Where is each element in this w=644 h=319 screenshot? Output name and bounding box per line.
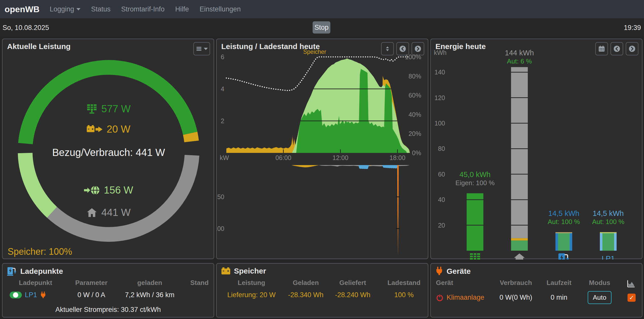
device-mode-button[interactable]: Auto	[588, 291, 612, 304]
nav-item-stromtarif-info[interactable]: Stromtarif-Info	[121, 5, 165, 13]
svg-text:120: 120	[434, 94, 445, 101]
charging-station-icon	[558, 253, 569, 260]
svg-text:80: 80	[438, 145, 445, 152]
power-chart-panel: Leistung / Ladestand heute 642kW06:0012:…	[216, 39, 428, 259]
svg-text:2: 2	[221, 117, 224, 124]
svg-text:144 kWh: 144 kWh	[505, 49, 534, 57]
charge-point-enable-toggle[interactable]	[10, 292, 22, 298]
storage-panel: Speicher Leistung Geladen Geliefert Lade…	[216, 263, 428, 317]
plug-icon	[435, 267, 443, 276]
current-power-panel: Aktuelle Leistung 577 W 20 W Bezug/Verbr…	[2, 39, 214, 259]
energy-today-bar-chart: 45,0 kWhEigen: 100 %144 kWhAut: 6 %14,5 …	[431, 49, 643, 260]
svg-text:100: 100	[434, 120, 445, 127]
nav-item-einstellungen[interactable]: Einstellungen	[200, 5, 241, 13]
storage-soc: 100 %	[380, 291, 428, 299]
svg-text:Aut: 100 %: Aut: 100 %	[592, 218, 624, 226]
solar-panel-icon	[87, 104, 97, 114]
battery-discharge-icon	[87, 125, 103, 134]
svg-text:kW: kW	[220, 154, 229, 161]
solar-panel-icon	[470, 253, 480, 260]
series-cp-charging-1	[359, 165, 369, 169]
device-log-checkbox[interactable]: ✓	[628, 294, 636, 302]
svg-text:12:00: 12:00	[332, 154, 348, 161]
grid-export-row: 156 W	[3, 184, 215, 196]
storage-row: Lieferung: 20 W -28.340 Wh -28.240 Wh 10…	[217, 291, 428, 299]
storage-soc-label: Speicher: 100%	[8, 246, 72, 257]
nav-item-status[interactable]: Status	[91, 5, 111, 13]
storage-delivered: -28.240 Wh	[325, 291, 380, 299]
brand-logo[interactable]: openWB	[5, 4, 40, 14]
charge-point-name[interactable]: LP1	[25, 291, 37, 299]
openwb-dashboard: { "navbar":{"brand":"openWB","items":[ {…	[0, 0, 644, 319]
bar-house-battery-share	[511, 238, 528, 241]
svg-text:100%: 100%	[405, 53, 421, 60]
svg-text:0%: 0%	[412, 149, 421, 156]
series-glitch-spike	[397, 165, 399, 255]
svg-text:60%: 60%	[409, 92, 421, 99]
svg-text:40%: 40%	[409, 111, 421, 118]
svg-text:Eigen: 100 %: Eigen: 100 %	[455, 179, 495, 187]
svg-text:100: 100	[217, 225, 224, 232]
bar-house-grid-share	[511, 67, 528, 238]
home-icon	[514, 253, 525, 260]
home-icon	[87, 208, 97, 217]
storage-header: Leistung Geladen Geliefert Ladestand	[217, 279, 428, 287]
device-consumption: 0 W(0 Wh)	[492, 294, 540, 301]
devices-header: Gerät Verbrauch Laufzeit Modus	[431, 279, 642, 287]
charge-point-row: LP1 0 W / 0 A 7,2 kWh / 36 km	[3, 291, 214, 299]
charge-points-panel: Ladepunkte Ladepunkt Parameter geladen S…	[2, 263, 214, 317]
house-power-row: 441 W	[3, 207, 215, 218]
bar-pv-self-consumed	[467, 193, 483, 251]
svg-text:LP1: LP1	[602, 254, 615, 260]
electricity-price-label: Aktueller Strompreis: 30.37 ct/kWh	[3, 306, 214, 314]
series-battery-charge	[292, 165, 319, 167]
device-runtime: 0 min	[540, 294, 578, 301]
bar-house-pv-share	[511, 241, 528, 251]
nav-item-hilfe[interactable]: Hilfe	[175, 5, 189, 13]
current-time: 19:39	[624, 24, 641, 32]
grid-power-row: Bezug/Verbrauch: 441 W	[3, 147, 215, 158]
svg-text:20%: 20%	[409, 130, 421, 137]
svg-text:Aut: 6 %: Aut: 6 %	[507, 57, 532, 65]
svg-text:Aut: 100 %: Aut: 100 %	[548, 218, 580, 226]
battery-power-row: 20 W	[3, 123, 215, 135]
series-cp-charging-2	[382, 165, 398, 169]
svg-text:06:00: 06:00	[275, 154, 291, 161]
status-bar: So, 10.08.2025 Stop 19:39	[0, 18, 644, 38]
device-name[interactable]: Klimaanlage	[447, 294, 484, 301]
energy-chart-panel: Energie heute 45,0 kWhEigen: 100 %144 kW…	[430, 39, 642, 259]
grid-export-globe-icon	[84, 185, 100, 195]
svg-text:4: 4	[221, 85, 224, 92]
nav-item-logging[interactable]: Logging	[50, 5, 80, 13]
svg-text:14,5 kWh: 14,5 kWh	[548, 209, 580, 217]
svg-text:140: 140	[434, 69, 445, 76]
top-navbar: openWB Logging Status Stromtarif-Info Hi…	[0, 0, 644, 18]
svg-text:45,0 kWh: 45,0 kWh	[460, 170, 491, 179]
charging-station-icon	[7, 267, 17, 276]
stop-button[interactable]: Stop	[313, 21, 330, 34]
svg-text:18:00: 18:00	[389, 154, 405, 161]
svg-text:Speicher: Speicher	[303, 49, 326, 55]
svg-text:20: 20	[438, 222, 445, 229]
power-off-icon[interactable]	[436, 294, 444, 301]
storage-power: Lieferung: 20 W	[217, 291, 286, 299]
svg-text:14,5 kWh: 14,5 kWh	[593, 209, 624, 217]
device-row: Klimaanlage 0 W(0 Wh) 0 min Auto ✓	[431, 291, 642, 304]
charge-point-parameter: 0 W / 0 A	[69, 291, 114, 299]
svg-text:60: 60	[438, 171, 445, 178]
storage-title: Speicher	[234, 267, 266, 275]
svg-text:40: 40	[438, 196, 445, 203]
storage-charged: -28.340 Wh	[286, 291, 325, 299]
caret-down-icon	[76, 8, 80, 10]
devices-panel: Geräte Gerät Verbrauch Laufzeit Modus Kl…	[430, 263, 642, 317]
charge-points-title: Ladepunkte	[20, 267, 63, 276]
devices-title: Geräte	[447, 267, 471, 276]
svg-text:kWh: kWh	[434, 49, 447, 56]
svg-text:80%: 80%	[409, 73, 421, 80]
charge-points-header: Ladepunkt Parameter geladen Stand	[3, 279, 214, 287]
svg-text:6: 6	[221, 53, 224, 60]
power-soc-day-chart: 642kW06:0012:0018:00100%80%60%40%20%0%50…	[217, 49, 429, 260]
svg-text:50: 50	[217, 193, 224, 200]
pv-power-row: 577 W	[3, 103, 215, 115]
current-date: So, 10.08.2025	[3, 24, 49, 32]
